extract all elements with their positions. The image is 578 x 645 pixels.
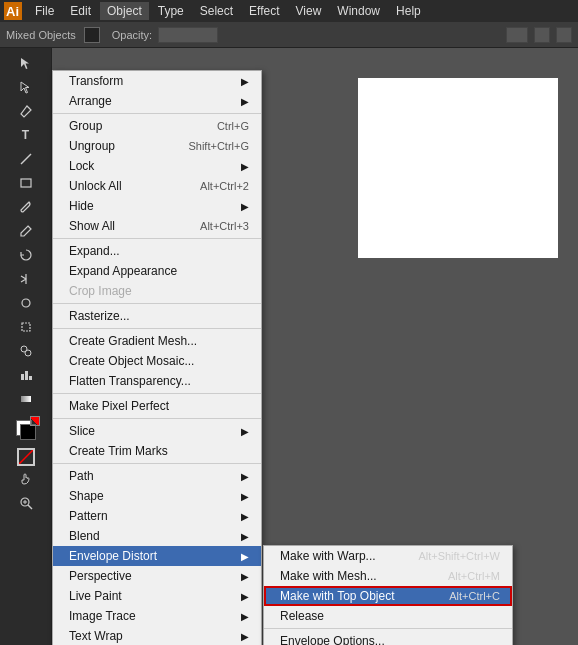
tool-shapebuilder[interactable] xyxy=(15,340,37,362)
menu-item-hide[interactable]: Hide ▶ xyxy=(53,196,261,216)
menu-item-slice[interactable]: Slice ▶ xyxy=(53,421,261,441)
menu-item-gradient-mesh[interactable]: Create Gradient Mesh... xyxy=(53,331,261,351)
svg-rect-10 xyxy=(29,376,32,380)
submenu-make-mesh[interactable]: Make with Mesh... Alt+Ctrl+M xyxy=(264,566,512,586)
opacity-label: Opacity: xyxy=(112,29,152,41)
menu-item-pixel-perfect[interactable]: Make Pixel Perfect xyxy=(53,396,261,416)
svg-rect-9 xyxy=(25,371,28,380)
submenu-make-top-object[interactable]: Make with Top Object Alt+Ctrl+C xyxy=(264,586,512,606)
tool-free-transform[interactable] xyxy=(15,316,37,338)
separator xyxy=(53,418,261,419)
menubar: Ai File Edit Object Type Select Effect V… xyxy=(0,0,578,22)
menu-item-object-mosaic[interactable]: Create Object Mosaic... xyxy=(53,351,261,371)
arrange-icons xyxy=(506,27,528,43)
transform-icon xyxy=(556,27,572,43)
arrow-icon: ▶ xyxy=(241,471,249,482)
menu-select[interactable]: Select xyxy=(193,2,240,20)
tool-gradient[interactable] xyxy=(15,388,37,410)
fill-swatch[interactable] xyxy=(84,27,100,43)
envelope-distort-submenu: Make with Warp... Alt+Shift+Ctrl+W Make … xyxy=(263,545,513,645)
menu-item-crop-image[interactable]: Crop Image xyxy=(53,281,261,301)
arrow-icon: ▶ xyxy=(241,201,249,212)
submenu-envelope-options[interactable]: Envelope Options... xyxy=(264,631,512,645)
menu-item-transform[interactable]: Transform ▶ xyxy=(53,71,261,91)
color-swatches[interactable] xyxy=(12,416,40,444)
object-menu: Transform ▶ Arrange ▶ Group Ctrl+G Ungro… xyxy=(52,70,262,645)
arrow-icon: ▶ xyxy=(241,426,249,437)
menu-window[interactable]: Window xyxy=(330,2,387,20)
separator xyxy=(53,463,261,464)
svg-line-12 xyxy=(19,450,33,464)
separator xyxy=(53,113,261,114)
menu-item-expand[interactable]: Expand... xyxy=(53,241,261,261)
menu-item-flatten-transparency[interactable]: Flatten Transparency... xyxy=(53,371,261,391)
menu-object[interactable]: Object xyxy=(100,2,149,20)
menu-item-arrange[interactable]: Arrange ▶ xyxy=(53,91,261,111)
tool-direct-select[interactable] xyxy=(15,76,37,98)
svg-rect-5 xyxy=(22,323,30,331)
arrow-icon: ▶ xyxy=(241,491,249,502)
menu-item-ungroup[interactable]: Ungroup Shift+Ctrl+G xyxy=(53,136,261,156)
arrow-icon: ▶ xyxy=(241,161,249,172)
tool-zoom[interactable] xyxy=(15,492,37,514)
left-sidebar: T xyxy=(0,48,52,645)
menu-item-shape[interactable]: Shape ▶ xyxy=(53,486,261,506)
menu-type[interactable]: Type xyxy=(151,2,191,20)
tool-pencil[interactable] xyxy=(15,220,37,242)
opacity-control[interactable] xyxy=(158,27,218,43)
arrow-icon: ▶ xyxy=(241,551,249,562)
app-logo: Ai xyxy=(4,2,22,20)
menu-item-expand-appearance[interactable]: Expand Appearance xyxy=(53,261,261,281)
tool-select[interactable] xyxy=(15,52,37,74)
menu-item-image-trace[interactable]: Image Trace ▶ xyxy=(53,606,261,626)
menu-item-live-paint[interactable]: Live Paint ▶ xyxy=(53,586,261,606)
menu-item-envelope-distort[interactable]: Envelope Distort ▶ Make with Warp... Alt… xyxy=(53,546,261,566)
tool-line[interactable] xyxy=(15,148,37,170)
tool-chart[interactable] xyxy=(15,364,37,386)
menu-view[interactable]: View xyxy=(289,2,329,20)
svg-point-4 xyxy=(22,299,30,307)
options-toolbar: Mixed Objects Opacity: xyxy=(0,22,578,48)
arrow-icon: ▶ xyxy=(241,571,249,582)
svg-rect-3 xyxy=(21,179,31,187)
svg-rect-11 xyxy=(21,396,31,402)
menu-effect[interactable]: Effect xyxy=(242,2,286,20)
menu-file[interactable]: File xyxy=(28,2,61,20)
menu-item-show-all[interactable]: Show All Alt+Ctrl+3 xyxy=(53,216,261,236)
menu-help[interactable]: Help xyxy=(389,2,428,20)
canvas xyxy=(358,78,558,258)
mixed-objects-label: Mixed Objects xyxy=(6,29,76,41)
separator xyxy=(53,328,261,329)
tool-pen[interactable] xyxy=(15,100,37,122)
svg-line-2 xyxy=(21,154,31,164)
submenu-make-warp[interactable]: Make with Warp... Alt+Shift+Ctrl+W xyxy=(264,546,512,566)
menu-item-trim-marks[interactable]: Create Trim Marks xyxy=(53,441,261,461)
menu-item-text-wrap[interactable]: Text Wrap ▶ xyxy=(53,626,261,645)
align-icon xyxy=(534,27,550,43)
submenu-release[interactable]: Release xyxy=(264,606,512,626)
menu-item-unlock-all[interactable]: Unlock All Alt+Ctrl+2 xyxy=(53,176,261,196)
swap-icon xyxy=(30,416,40,426)
tool-hand[interactable] xyxy=(15,468,37,490)
menu-item-rasterize[interactable]: Rasterize... xyxy=(53,306,261,326)
tool-rotate[interactable] xyxy=(15,244,37,266)
menu-item-blend[interactable]: Blend ▶ xyxy=(53,526,261,546)
tool-type[interactable]: T xyxy=(15,124,37,146)
menu-item-lock[interactable]: Lock ▶ xyxy=(53,156,261,176)
svg-text:Ai: Ai xyxy=(6,4,19,19)
separator xyxy=(53,303,261,304)
menu-edit[interactable]: Edit xyxy=(63,2,98,20)
separator xyxy=(53,393,261,394)
tool-mirror[interactable] xyxy=(15,268,37,290)
arrow-icon: ▶ xyxy=(241,631,249,642)
arrow-icon: ▶ xyxy=(241,96,249,107)
arrow-icon: ▶ xyxy=(241,76,249,87)
menu-item-perspective[interactable]: Perspective ▶ xyxy=(53,566,261,586)
menu-item-group[interactable]: Group Ctrl+G xyxy=(53,116,261,136)
tool-warp[interactable] xyxy=(15,292,37,314)
menu-item-pattern[interactable]: Pattern ▶ xyxy=(53,506,261,526)
tool-rectangle[interactable] xyxy=(15,172,37,194)
none-swatch[interactable] xyxy=(17,448,35,466)
tool-paintbrush[interactable] xyxy=(15,196,37,218)
menu-item-path[interactable]: Path ▶ xyxy=(53,466,261,486)
